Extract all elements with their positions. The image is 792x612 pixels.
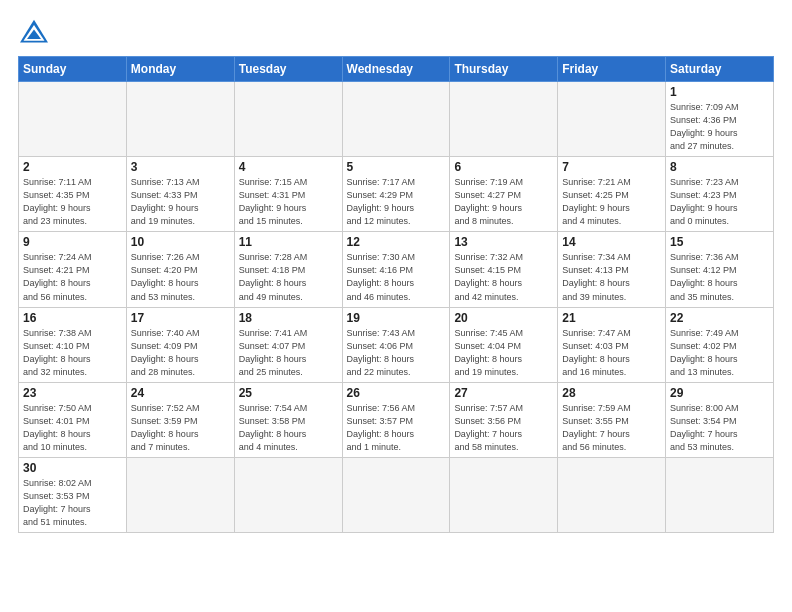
day-number: 20 <box>454 311 553 325</box>
calendar-cell <box>450 82 558 157</box>
calendar-cell: 3Sunrise: 7:13 AMSunset: 4:33 PMDaylight… <box>126 157 234 232</box>
calendar-cell: 29Sunrise: 8:00 AMSunset: 3:54 PMDayligh… <box>666 382 774 457</box>
day-number: 27 <box>454 386 553 400</box>
day-info: Sunrise: 7:17 AMSunset: 4:29 PMDaylight:… <box>347 176 446 228</box>
calendar-cell: 20Sunrise: 7:45 AMSunset: 4:04 PMDayligh… <box>450 307 558 382</box>
day-info: Sunrise: 7:28 AMSunset: 4:18 PMDaylight:… <box>239 251 338 303</box>
weekday-header-friday: Friday <box>558 57 666 82</box>
page: SundayMondayTuesdayWednesdayThursdayFrid… <box>0 0 792 612</box>
day-info: Sunrise: 7:52 AMSunset: 3:59 PMDaylight:… <box>131 402 230 454</box>
day-number: 26 <box>347 386 446 400</box>
calendar-week-3: 9Sunrise: 7:24 AMSunset: 4:21 PMDaylight… <box>19 232 774 307</box>
calendar-cell: 23Sunrise: 7:50 AMSunset: 4:01 PMDayligh… <box>19 382 127 457</box>
calendar-cell: 9Sunrise: 7:24 AMSunset: 4:21 PMDaylight… <box>19 232 127 307</box>
day-info: Sunrise: 7:45 AMSunset: 4:04 PMDaylight:… <box>454 327 553 379</box>
day-info: Sunrise: 7:09 AMSunset: 4:36 PMDaylight:… <box>670 101 769 153</box>
day-number: 4 <box>239 160 338 174</box>
day-info: Sunrise: 7:23 AMSunset: 4:23 PMDaylight:… <box>670 176 769 228</box>
day-info: Sunrise: 7:56 AMSunset: 3:57 PMDaylight:… <box>347 402 446 454</box>
calendar-week-6: 30Sunrise: 8:02 AMSunset: 3:53 PMDayligh… <box>19 457 774 532</box>
day-info: Sunrise: 8:00 AMSunset: 3:54 PMDaylight:… <box>670 402 769 454</box>
weekday-header-wednesday: Wednesday <box>342 57 450 82</box>
day-number: 13 <box>454 235 553 249</box>
day-info: Sunrise: 7:15 AMSunset: 4:31 PMDaylight:… <box>239 176 338 228</box>
calendar-cell <box>450 457 558 532</box>
day-number: 30 <box>23 461 122 475</box>
weekday-header-tuesday: Tuesday <box>234 57 342 82</box>
day-number: 29 <box>670 386 769 400</box>
day-info: Sunrise: 7:54 AMSunset: 3:58 PMDaylight:… <box>239 402 338 454</box>
day-number: 14 <box>562 235 661 249</box>
day-number: 9 <box>23 235 122 249</box>
calendar-cell: 2Sunrise: 7:11 AMSunset: 4:35 PMDaylight… <box>19 157 127 232</box>
calendar-cell <box>234 457 342 532</box>
calendar-cell: 22Sunrise: 7:49 AMSunset: 4:02 PMDayligh… <box>666 307 774 382</box>
calendar-cell: 5Sunrise: 7:17 AMSunset: 4:29 PMDaylight… <box>342 157 450 232</box>
day-number: 22 <box>670 311 769 325</box>
day-info: Sunrise: 7:24 AMSunset: 4:21 PMDaylight:… <box>23 251 122 303</box>
calendar-cell: 7Sunrise: 7:21 AMSunset: 4:25 PMDaylight… <box>558 157 666 232</box>
day-info: Sunrise: 7:34 AMSunset: 4:13 PMDaylight:… <box>562 251 661 303</box>
calendar-cell: 12Sunrise: 7:30 AMSunset: 4:16 PMDayligh… <box>342 232 450 307</box>
calendar-cell: 24Sunrise: 7:52 AMSunset: 3:59 PMDayligh… <box>126 382 234 457</box>
day-number: 12 <box>347 235 446 249</box>
day-number: 7 <box>562 160 661 174</box>
day-info: Sunrise: 7:26 AMSunset: 4:20 PMDaylight:… <box>131 251 230 303</box>
day-info: Sunrise: 7:30 AMSunset: 4:16 PMDaylight:… <box>347 251 446 303</box>
calendar-cell: 18Sunrise: 7:41 AMSunset: 4:07 PMDayligh… <box>234 307 342 382</box>
day-info: Sunrise: 7:11 AMSunset: 4:35 PMDaylight:… <box>23 176 122 228</box>
day-number: 10 <box>131 235 230 249</box>
calendar-cell: 28Sunrise: 7:59 AMSunset: 3:55 PMDayligh… <box>558 382 666 457</box>
calendar-cell: 11Sunrise: 7:28 AMSunset: 4:18 PMDayligh… <box>234 232 342 307</box>
calendar-cell <box>342 457 450 532</box>
weekday-header-saturday: Saturday <box>666 57 774 82</box>
day-info: Sunrise: 7:21 AMSunset: 4:25 PMDaylight:… <box>562 176 661 228</box>
day-number: 28 <box>562 386 661 400</box>
weekday-header-thursday: Thursday <box>450 57 558 82</box>
calendar-cell: 4Sunrise: 7:15 AMSunset: 4:31 PMDaylight… <box>234 157 342 232</box>
day-number: 19 <box>347 311 446 325</box>
day-info: Sunrise: 7:50 AMSunset: 4:01 PMDaylight:… <box>23 402 122 454</box>
calendar-cell: 30Sunrise: 8:02 AMSunset: 3:53 PMDayligh… <box>19 457 127 532</box>
day-number: 16 <box>23 311 122 325</box>
day-number: 6 <box>454 160 553 174</box>
logo <box>18 18 54 46</box>
day-number: 5 <box>347 160 446 174</box>
calendar-week-4: 16Sunrise: 7:38 AMSunset: 4:10 PMDayligh… <box>19 307 774 382</box>
day-info: Sunrise: 7:13 AMSunset: 4:33 PMDaylight:… <box>131 176 230 228</box>
calendar-cell: 27Sunrise: 7:57 AMSunset: 3:56 PMDayligh… <box>450 382 558 457</box>
day-number: 18 <box>239 311 338 325</box>
calendar-cell <box>342 82 450 157</box>
calendar-cell <box>234 82 342 157</box>
day-info: Sunrise: 7:59 AMSunset: 3:55 PMDaylight:… <box>562 402 661 454</box>
calendar-cell: 6Sunrise: 7:19 AMSunset: 4:27 PMDaylight… <box>450 157 558 232</box>
calendar-cell: 16Sunrise: 7:38 AMSunset: 4:10 PMDayligh… <box>19 307 127 382</box>
calendar-cell: 1Sunrise: 7:09 AMSunset: 4:36 PMDaylight… <box>666 82 774 157</box>
day-number: 25 <box>239 386 338 400</box>
day-info: Sunrise: 7:19 AMSunset: 4:27 PMDaylight:… <box>454 176 553 228</box>
day-info: Sunrise: 7:47 AMSunset: 4:03 PMDaylight:… <box>562 327 661 379</box>
weekday-header-row: SundayMondayTuesdayWednesdayThursdayFrid… <box>19 57 774 82</box>
day-info: Sunrise: 8:02 AMSunset: 3:53 PMDaylight:… <box>23 477 122 529</box>
day-info: Sunrise: 7:57 AMSunset: 3:56 PMDaylight:… <box>454 402 553 454</box>
day-number: 17 <box>131 311 230 325</box>
calendar-cell <box>558 82 666 157</box>
day-number: 23 <box>23 386 122 400</box>
calendar-cell: 8Sunrise: 7:23 AMSunset: 4:23 PMDaylight… <box>666 157 774 232</box>
day-info: Sunrise: 7:36 AMSunset: 4:12 PMDaylight:… <box>670 251 769 303</box>
calendar-week-2: 2Sunrise: 7:11 AMSunset: 4:35 PMDaylight… <box>19 157 774 232</box>
day-info: Sunrise: 7:43 AMSunset: 4:06 PMDaylight:… <box>347 327 446 379</box>
calendar-week-5: 23Sunrise: 7:50 AMSunset: 4:01 PMDayligh… <box>19 382 774 457</box>
calendar-cell: 17Sunrise: 7:40 AMSunset: 4:09 PMDayligh… <box>126 307 234 382</box>
calendar-cell: 26Sunrise: 7:56 AMSunset: 3:57 PMDayligh… <box>342 382 450 457</box>
calendar: SundayMondayTuesdayWednesdayThursdayFrid… <box>18 56 774 533</box>
calendar-cell: 13Sunrise: 7:32 AMSunset: 4:15 PMDayligh… <box>450 232 558 307</box>
day-info: Sunrise: 7:40 AMSunset: 4:09 PMDaylight:… <box>131 327 230 379</box>
calendar-cell <box>666 457 774 532</box>
weekday-header-sunday: Sunday <box>19 57 127 82</box>
day-number: 1 <box>670 85 769 99</box>
day-number: 24 <box>131 386 230 400</box>
day-number: 11 <box>239 235 338 249</box>
day-number: 21 <box>562 311 661 325</box>
day-number: 15 <box>670 235 769 249</box>
